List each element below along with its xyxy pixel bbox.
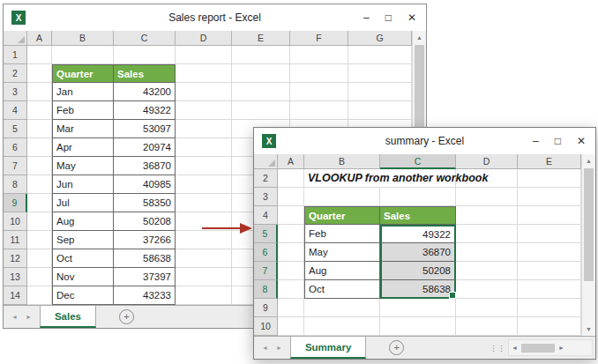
- column-header-E[interactable]: E: [518, 154, 581, 169]
- scrollbar-thumb[interactable]: [415, 45, 424, 137]
- close-button[interactable]: ✕: [577, 135, 586, 147]
- column-header-F[interactable]: F: [290, 31, 348, 46]
- cell-E3[interactable]: [518, 188, 581, 206]
- cell-D3[interactable]: [176, 83, 232, 101]
- cell-D9[interactable]: [456, 299, 518, 317]
- cell-D1[interactable]: [176, 46, 232, 64]
- cell-B7[interactable]: May: [52, 157, 114, 175]
- cell-C2[interactable]: Sales: [114, 64, 176, 83]
- cell-D5[interactable]: [456, 225, 518, 243]
- cell-B11[interactable]: Sep: [52, 231, 114, 249]
- cell-A2[interactable]: [27, 64, 52, 83]
- row-header-11[interactable]: 11: [4, 231, 27, 249]
- cell-D3[interactable]: [456, 188, 518, 206]
- cell-A12[interactable]: [27, 249, 52, 268]
- select-all-corner[interactable]: [254, 154, 278, 169]
- row-header-8[interactable]: 8: [254, 280, 278, 299]
- fill-handle[interactable]: [449, 292, 456, 299]
- cell-B9[interactable]: [304, 299, 380, 317]
- cell-B12[interactable]: Oct: [52, 249, 114, 268]
- cell-G1[interactable]: [348, 46, 412, 64]
- cell-B4[interactable]: Feb: [52, 101, 114, 120]
- cell-C9[interactable]: 58350: [114, 194, 176, 212]
- cell-D9[interactable]: [176, 194, 232, 212]
- cell-C3[interactable]: [380, 188, 456, 206]
- cell-B4[interactable]: Quarter: [304, 206, 380, 225]
- cell-F2[interactable]: [290, 64, 348, 83]
- scroll-left-icon[interactable]: ◄: [509, 345, 520, 351]
- prev-sheet-icon[interactable]: ◄: [262, 345, 268, 351]
- minimize-button[interactable]: –: [363, 11, 370, 24]
- cell-C4[interactable]: 49322: [114, 101, 176, 120]
- cell-C5[interactable]: 49322: [380, 225, 456, 243]
- cell-B6[interactable]: May: [304, 243, 380, 262]
- cell-A9[interactable]: [278, 299, 304, 317]
- column-header-D[interactable]: D: [456, 154, 518, 169]
- cell-C8[interactable]: 58638: [380, 280, 456, 299]
- cell-A9[interactable]: [27, 194, 52, 212]
- row-header-13[interactable]: 13: [4, 268, 27, 286]
- cell-D13[interactable]: [176, 268, 232, 286]
- horizontal-scrollbar[interactable]: ◄ ►: [508, 339, 593, 356]
- row-header-5[interactable]: 5: [254, 225, 278, 243]
- cell-B5[interactable]: Mar: [52, 120, 114, 138]
- cell-C13[interactable]: 37397: [114, 268, 176, 286]
- cell-A5[interactable]: [27, 120, 52, 138]
- cell-D6[interactable]: [176, 138, 232, 157]
- cell-E7[interactable]: [518, 262, 581, 280]
- cell-A6[interactable]: [27, 138, 52, 157]
- scroll-up-icon[interactable]: ▲: [582, 155, 595, 167]
- row-header-1[interactable]: 1: [4, 46, 27, 64]
- cell-B10[interactable]: [304, 317, 380, 336]
- cell-B9[interactable]: Jul: [52, 194, 114, 212]
- row-header-2[interactable]: 2: [4, 64, 27, 83]
- select-all-corner[interactable]: [4, 31, 27, 46]
- cell-E8[interactable]: [518, 280, 581, 299]
- titlebar-sales-report[interactable]: X Sales report - Excel – □ ✕: [4, 4, 426, 31]
- column-header-C[interactable]: C: [380, 154, 456, 169]
- cell-B8[interactable]: Oct: [304, 280, 380, 299]
- cell-D7[interactable]: [176, 157, 232, 175]
- column-header-A[interactable]: A: [27, 31, 52, 46]
- column-header-B[interactable]: B: [52, 31, 114, 46]
- cell-C11[interactable]: 37266: [114, 231, 176, 249]
- tab-scroll-grip[interactable]: ⋮⋮: [487, 337, 508, 359]
- cell-E6[interactable]: [518, 243, 581, 262]
- cell-D8[interactable]: [176, 175, 232, 194]
- next-sheet-icon[interactable]: ►: [26, 314, 32, 320]
- scrollbar-thumb[interactable]: [584, 168, 594, 281]
- cell-E5[interactable]: [518, 225, 581, 243]
- cell-D6[interactable]: [456, 243, 518, 262]
- cell-E1[interactable]: [232, 46, 290, 64]
- cell-F4[interactable]: [290, 101, 348, 120]
- row-header-6[interactable]: 6: [4, 138, 27, 157]
- cell-A8[interactable]: [27, 175, 52, 194]
- cell-C4[interactable]: Sales: [380, 206, 456, 225]
- cell-A14[interactable]: [27, 286, 52, 305]
- cell-E4[interactable]: [518, 206, 581, 225]
- column-header-E[interactable]: E: [232, 31, 290, 46]
- cell-C7[interactable]: 50208: [380, 262, 456, 280]
- cell-A6[interactable]: [278, 243, 304, 262]
- close-button[interactable]: ✕: [407, 11, 416, 24]
- cell-A8[interactable]: [278, 280, 304, 299]
- cell-A13[interactable]: [27, 268, 52, 286]
- cell-F1[interactable]: [290, 46, 348, 64]
- sheet-nav-arrows[interactable]: ◄ ►: [4, 306, 40, 328]
- row-header-6[interactable]: 6: [254, 243, 278, 262]
- hscroll-thumb[interactable]: [521, 344, 555, 353]
- cell-B2[interactable]: Quarter: [52, 64, 114, 83]
- cell-B8[interactable]: Jun: [52, 175, 114, 194]
- cell-D4[interactable]: [176, 101, 232, 120]
- cell-B5[interactable]: Feb: [304, 225, 380, 243]
- next-sheet-icon[interactable]: ►: [276, 345, 282, 351]
- cell-C10[interactable]: 50208: [114, 212, 176, 231]
- cell-C1[interactable]: [114, 46, 176, 64]
- maximize-button[interactable]: □: [555, 135, 561, 147]
- cell-G2[interactable]: [348, 64, 412, 83]
- cell-C8[interactable]: 40985: [114, 175, 176, 194]
- cell-B2[interactable]: VLOOKUP from another workbook: [304, 169, 380, 188]
- scroll-right-icon[interactable]: ►: [556, 345, 567, 351]
- cell-D14[interactable]: [176, 286, 232, 305]
- sheet-tab-summary[interactable]: Summary: [290, 337, 366, 359]
